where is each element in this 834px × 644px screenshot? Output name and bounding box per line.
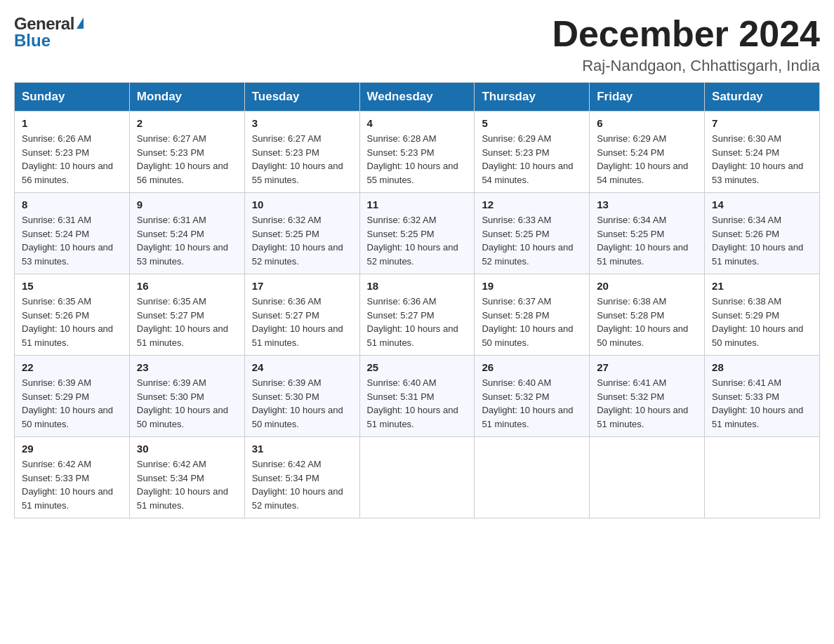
calendar-day-cell: 11 Sunrise: 6:32 AM Sunset: 5:25 PM Dayl… <box>359 193 475 274</box>
day-number: 8 <box>22 199 122 210</box>
day-info: Sunrise: 6:27 AM Sunset: 5:23 PM Dayligh… <box>137 132 237 187</box>
day-info: Sunrise: 6:38 AM Sunset: 5:29 PM Dayligh… <box>712 295 812 349</box>
day-number: 3 <box>252 117 352 129</box>
calendar-week-row: 29 Sunrise: 6:42 AM Sunset: 5:33 PM Dayl… <box>15 437 820 518</box>
calendar-day-cell: 31 Sunrise: 6:42 AM Sunset: 5:34 PM Dayl… <box>244 437 359 518</box>
calendar-day-cell <box>705 437 820 518</box>
day-number: 1 <box>22 117 122 129</box>
calendar-day-cell: 27 Sunrise: 6:41 AM Sunset: 5:32 PM Dayl… <box>590 356 705 437</box>
calendar-day-cell: 1 Sunrise: 6:26 AM Sunset: 5:23 PM Dayli… <box>15 112 130 193</box>
calendar-day-cell: 25 Sunrise: 6:40 AM Sunset: 5:31 PM Dayl… <box>359 356 475 437</box>
calendar-week-row: 15 Sunrise: 6:35 AM Sunset: 5:26 PM Dayl… <box>15 274 820 356</box>
day-number: 21 <box>712 280 812 292</box>
day-info: Sunrise: 6:39 AM Sunset: 5:29 PM Dayligh… <box>22 376 122 431</box>
calendar-day-cell: 4 Sunrise: 6:28 AM Sunset: 5:23 PM Dayli… <box>359 112 475 193</box>
day-number: 15 <box>22 280 122 292</box>
day-number: 19 <box>482 280 582 292</box>
day-number: 30 <box>137 443 237 455</box>
calendar-day-cell: 26 Sunrise: 6:40 AM Sunset: 5:32 PM Dayl… <box>475 356 590 437</box>
calendar-day-cell <box>590 437 705 518</box>
calendar-header-row: Sunday Monday Tuesday Wednesday Thursday… <box>15 83 820 112</box>
calendar-day-cell: 12 Sunrise: 6:33 AM Sunset: 5:25 PM Dayl… <box>475 193 590 274</box>
calendar-day-cell: 6 Sunrise: 6:29 AM Sunset: 5:24 PM Dayli… <box>590 112 705 193</box>
calendar-day-cell: 13 Sunrise: 6:34 AM Sunset: 5:25 PM Dayl… <box>590 193 705 274</box>
col-tuesday: Tuesday <box>244 83 359 112</box>
day-number: 26 <box>482 361 582 373</box>
day-number: 5 <box>482 117 582 129</box>
day-info: Sunrise: 6:31 AM Sunset: 5:24 PM Dayligh… <box>22 213 122 268</box>
day-info: Sunrise: 6:35 AM Sunset: 5:27 PM Dayligh… <box>137 295 237 349</box>
calendar-day-cell <box>359 437 475 518</box>
day-number: 23 <box>137 361 237 373</box>
calendar-day-cell: 15 Sunrise: 6:35 AM Sunset: 5:26 PM Dayl… <box>15 274 130 356</box>
day-number: 14 <box>712 199 812 210</box>
title-block: December 2024 Raj-Nandgaon, Chhattisgarh… <box>552 14 820 75</box>
day-info: Sunrise: 6:38 AM Sunset: 5:28 PM Dayligh… <box>597 295 697 349</box>
calendar-day-cell: 28 Sunrise: 6:41 AM Sunset: 5:33 PM Dayl… <box>705 356 820 437</box>
day-number: 17 <box>252 280 352 292</box>
day-info: Sunrise: 6:34 AM Sunset: 5:25 PM Dayligh… <box>597 213 697 268</box>
day-number: 31 <box>252 443 352 455</box>
day-number: 12 <box>482 199 582 210</box>
calendar-week-row: 8 Sunrise: 6:31 AM Sunset: 5:24 PM Dayli… <box>15 193 820 274</box>
day-info: Sunrise: 6:32 AM Sunset: 5:25 PM Dayligh… <box>252 213 352 268</box>
calendar-day-cell: 19 Sunrise: 6:37 AM Sunset: 5:28 PM Dayl… <box>475 274 590 356</box>
day-number: 9 <box>137 199 237 210</box>
day-info: Sunrise: 6:36 AM Sunset: 5:27 PM Dayligh… <box>367 295 468 349</box>
day-info: Sunrise: 6:29 AM Sunset: 5:23 PM Dayligh… <box>482 132 582 187</box>
col-friday: Friday <box>590 83 705 112</box>
day-info: Sunrise: 6:30 AM Sunset: 5:24 PM Dayligh… <box>712 132 812 187</box>
day-info: Sunrise: 6:36 AM Sunset: 5:27 PM Dayligh… <box>252 295 352 349</box>
month-year-title: December 2024 <box>552 14 820 54</box>
calendar-day-cell: 21 Sunrise: 6:38 AM Sunset: 5:29 PM Dayl… <box>705 274 820 356</box>
day-info: Sunrise: 6:40 AM Sunset: 5:31 PM Dayligh… <box>367 376 468 431</box>
calendar-week-row: 1 Sunrise: 6:26 AM Sunset: 5:23 PM Dayli… <box>15 112 820 193</box>
day-info: Sunrise: 6:33 AM Sunset: 5:25 PM Dayligh… <box>482 213 582 268</box>
day-info: Sunrise: 6:35 AM Sunset: 5:26 PM Dayligh… <box>22 295 122 349</box>
day-number: 18 <box>367 280 468 292</box>
day-number: 7 <box>712 117 812 129</box>
day-info: Sunrise: 6:41 AM Sunset: 5:32 PM Dayligh… <box>597 376 697 431</box>
day-number: 10 <box>252 199 352 210</box>
day-number: 28 <box>712 361 812 373</box>
day-number: 22 <box>22 361 122 373</box>
day-info: Sunrise: 6:26 AM Sunset: 5:23 PM Dayligh… <box>22 132 122 187</box>
calendar-day-cell: 16 Sunrise: 6:35 AM Sunset: 5:27 PM Dayl… <box>129 274 244 356</box>
calendar-week-row: 22 Sunrise: 6:39 AM Sunset: 5:29 PM Dayl… <box>15 356 820 437</box>
calendar-table: Sunday Monday Tuesday Wednesday Thursday… <box>14 82 820 518</box>
calendar-day-cell: 23 Sunrise: 6:39 AM Sunset: 5:30 PM Dayl… <box>129 356 244 437</box>
day-info: Sunrise: 6:39 AM Sunset: 5:30 PM Dayligh… <box>252 376 352 431</box>
calendar-day-cell: 2 Sunrise: 6:27 AM Sunset: 5:23 PM Dayli… <box>129 112 244 193</box>
calendar-day-cell: 22 Sunrise: 6:39 AM Sunset: 5:29 PM Dayl… <box>15 356 130 437</box>
calendar-day-cell: 3 Sunrise: 6:27 AM Sunset: 5:23 PM Dayli… <box>244 112 359 193</box>
day-number: 4 <box>367 117 468 129</box>
page-header: General Blue December 2024 Raj-Nandgaon,… <box>14 14 820 75</box>
day-number: 24 <box>252 361 352 373</box>
day-number: 27 <box>597 361 697 373</box>
day-info: Sunrise: 6:42 AM Sunset: 5:34 PM Dayligh… <box>252 457 352 512</box>
col-thursday: Thursday <box>475 83 590 112</box>
day-info: Sunrise: 6:40 AM Sunset: 5:32 PM Dayligh… <box>482 376 582 431</box>
calendar-day-cell: 8 Sunrise: 6:31 AM Sunset: 5:24 PM Dayli… <box>15 193 130 274</box>
col-wednesday: Wednesday <box>359 83 475 112</box>
day-info: Sunrise: 6:32 AM Sunset: 5:25 PM Dayligh… <box>367 213 468 268</box>
calendar-day-cell: 9 Sunrise: 6:31 AM Sunset: 5:24 PM Dayli… <box>129 193 244 274</box>
day-number: 25 <box>367 361 468 373</box>
logo: General Blue <box>14 14 84 51</box>
day-info: Sunrise: 6:42 AM Sunset: 5:34 PM Dayligh… <box>137 457 237 512</box>
col-sunday: Sunday <box>15 83 130 112</box>
calendar-day-cell: 29 Sunrise: 6:42 AM Sunset: 5:33 PM Dayl… <box>15 437 130 518</box>
calendar-day-cell: 10 Sunrise: 6:32 AM Sunset: 5:25 PM Dayl… <box>244 193 359 274</box>
day-number: 29 <box>22 443 122 455</box>
calendar-day-cell: 18 Sunrise: 6:36 AM Sunset: 5:27 PM Dayl… <box>359 274 475 356</box>
day-number: 11 <box>367 199 468 210</box>
logo-blue-text: Blue <box>14 31 84 51</box>
day-info: Sunrise: 6:28 AM Sunset: 5:23 PM Dayligh… <box>367 132 468 187</box>
day-info: Sunrise: 6:27 AM Sunset: 5:23 PM Dayligh… <box>252 132 352 187</box>
logo-arrow-icon <box>77 18 84 29</box>
day-info: Sunrise: 6:42 AM Sunset: 5:33 PM Dayligh… <box>22 457 122 512</box>
calendar-day-cell: 24 Sunrise: 6:39 AM Sunset: 5:30 PM Dayl… <box>244 356 359 437</box>
day-info: Sunrise: 6:41 AM Sunset: 5:33 PM Dayligh… <box>712 376 812 431</box>
day-number: 13 <box>597 199 697 210</box>
location-subtitle: Raj-Nandgaon, Chhattisgarh, India <box>552 57 820 75</box>
